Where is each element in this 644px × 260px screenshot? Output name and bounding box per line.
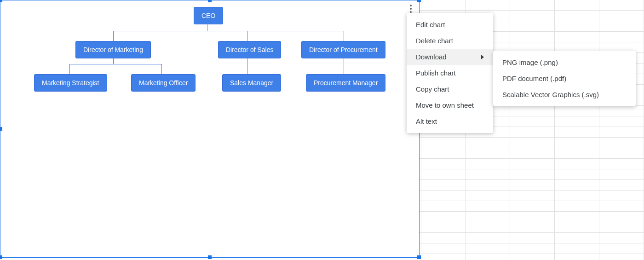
org-connector <box>113 31 114 41</box>
menu-label: Edit chart <box>416 21 445 29</box>
submenu-arrow-icon <box>481 55 484 59</box>
menu-label: Scalable Vector Graphics (.svg) <box>502 91 599 98</box>
org-connector <box>113 58 114 64</box>
org-chart: CEO Director of Marketing Director of Sa… <box>0 0 419 257</box>
org-connector <box>247 31 247 41</box>
org-node-procurement-manager[interactable]: Procurement Manager <box>306 74 385 92</box>
submenu-download-png[interactable]: PNG image (.png) <box>493 54 636 70</box>
submenu-download-svg[interactable]: Scalable Vector Graphics (.svg) <box>493 87 636 103</box>
org-connector <box>69 64 161 64</box>
org-node-dir-marketing[interactable]: Director of Marketing <box>75 41 151 58</box>
org-chart-frame[interactable]: CEO Director of Marketing Director of Sa… <box>0 0 420 258</box>
menu-label: Alt text <box>416 117 437 125</box>
menu-delete-chart[interactable]: Delete chart <box>407 33 493 49</box>
menu-label: Move to own sheet <box>416 101 474 109</box>
org-connector <box>161 64 162 74</box>
menu-label: PDF document (.pdf) <box>502 75 566 82</box>
org-node-dir-procurement[interactable]: Director of Procurement <box>301 41 385 58</box>
org-connector <box>207 23 207 31</box>
download-submenu: PNG image (.png) PDF document (.pdf) Sca… <box>493 51 636 106</box>
menu-copy-chart[interactable]: Copy chart <box>407 81 493 97</box>
org-connector <box>344 58 344 74</box>
menu-alt-text[interactable]: Alt text <box>407 113 493 129</box>
menu-edit-chart[interactable]: Edit chart <box>407 17 493 33</box>
org-node-marketing-officer[interactable]: Marketing Officer <box>131 74 196 92</box>
menu-label: Publish chart <box>416 69 456 77</box>
menu-label: Download <box>416 53 447 61</box>
menu-move-to-own-sheet[interactable]: Move to own sheet <box>407 97 493 113</box>
org-connector <box>69 64 70 74</box>
org-node-sales-manager[interactable]: Sales Manager <box>222 74 281 92</box>
menu-publish-chart[interactable]: Publish chart <box>407 65 493 81</box>
org-connector <box>344 31 344 41</box>
org-node-dir-sales[interactable]: Director of Sales <box>218 41 281 58</box>
org-node-ceo[interactable]: CEO <box>194 7 223 24</box>
menu-label: Delete chart <box>416 37 453 45</box>
submenu-download-pdf[interactable]: PDF document (.pdf) <box>493 70 636 87</box>
menu-download[interactable]: Download <box>407 49 493 65</box>
menu-label: PNG image (.png) <box>502 58 558 66</box>
org-node-marketing-strategist[interactable]: Marketing Strategist <box>34 74 107 92</box>
chart-context-menu: Edit chart Delete chart Download Publish… <box>407 13 493 133</box>
menu-label: Copy chart <box>416 85 449 93</box>
org-connector <box>247 58 247 74</box>
org-connector <box>113 31 344 31</box>
